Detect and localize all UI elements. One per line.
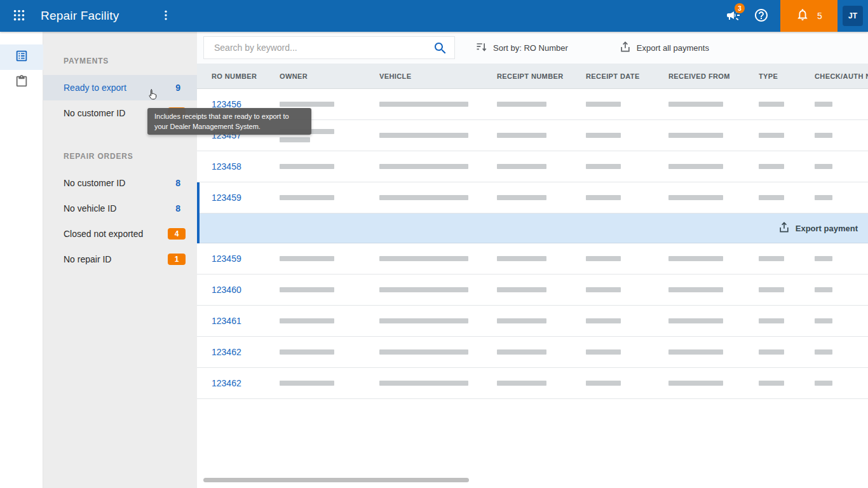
horizontal-scrollbar[interactable] bbox=[203, 478, 469, 482]
receipt-date-placeholder bbox=[586, 318, 621, 323]
apps-menu-button[interactable] bbox=[5, 0, 33, 32]
ro-cell: 123461 bbox=[197, 315, 280, 327]
receipt-number-placeholder bbox=[497, 195, 546, 200]
table-row[interactable]: 123460 bbox=[197, 274, 868, 306]
table-row[interactable]: 123461 bbox=[197, 306, 868, 337]
nav-repair-orders[interactable] bbox=[0, 70, 43, 95]
received-from-placeholder bbox=[668, 133, 723, 138]
bell-icon bbox=[796, 8, 810, 24]
search-input[interactable] bbox=[204, 37, 454, 58]
col-owner[interactable]: OWNER bbox=[280, 72, 379, 80]
filter-label: No vehicle ID bbox=[64, 203, 116, 214]
ro-cell: 123459 bbox=[197, 253, 280, 264]
app-header: Repair Facility 3 bbox=[0, 0, 868, 32]
owner-placeholder bbox=[280, 195, 334, 200]
nav-rail bbox=[0, 32, 43, 488]
export-all-button[interactable]: Export all payments bbox=[619, 41, 709, 55]
type-placeholder bbox=[759, 164, 784, 169]
receipt-date-placeholder bbox=[586, 381, 621, 386]
filter-label: No customer ID bbox=[64, 108, 125, 118]
col-type[interactable]: TYPE bbox=[759, 72, 815, 80]
received-from-placeholder bbox=[668, 102, 723, 107]
col-receipt-date[interactable]: RECEIPT DATE bbox=[586, 72, 668, 80]
user-avatar[interactable]: JT bbox=[843, 6, 863, 26]
nav-payments-list[interactable] bbox=[0, 44, 43, 70]
ro-number-link[interactable]: 123461 bbox=[212, 316, 241, 326]
announcements-button[interactable]: 3 bbox=[719, 0, 747, 32]
type-placeholder bbox=[759, 318, 784, 323]
ro-number-link[interactable]: 123462 bbox=[212, 378, 241, 388]
receipt-date-placeholder bbox=[586, 102, 621, 107]
vehicle-placeholder bbox=[379, 102, 468, 107]
owner-placeholder bbox=[280, 164, 334, 169]
table-row-selected[interactable]: 123459 bbox=[200, 182, 868, 214]
ro-number-link[interactable]: 123462 bbox=[212, 347, 241, 357]
received-from-placeholder bbox=[668, 256, 723, 261]
app-overflow-menu-button[interactable] bbox=[152, 0, 180, 32]
tooltip-text-line1: Includes receipts that are ready to expo… bbox=[154, 111, 304, 121]
table-row[interactable]: 123458 bbox=[197, 151, 868, 182]
filter-label: Closed not exported bbox=[64, 229, 143, 239]
export-payment-button[interactable]: Export payment bbox=[778, 221, 858, 236]
type-placeholder bbox=[759, 195, 784, 200]
vehicle-placeholder bbox=[379, 164, 468, 169]
vehicle-placeholder bbox=[379, 381, 468, 386]
receipt-number-placeholder bbox=[497, 381, 546, 386]
check-auth-placeholder bbox=[815, 102, 832, 107]
filter-count-badge: 4 bbox=[168, 228, 186, 240]
filter-count: 9 bbox=[175, 83, 180, 93]
receipt-date-placeholder bbox=[586, 195, 621, 200]
sort-control[interactable]: Sort by: RO Number bbox=[475, 41, 568, 55]
vehicle-placeholder bbox=[379, 256, 468, 261]
ro-number-link[interactable]: 123460 bbox=[212, 285, 241, 295]
vehicle-placeholder bbox=[379, 349, 468, 355]
filter-no-customer-id-ro[interactable]: No customer ID 8 bbox=[43, 170, 197, 196]
search-icon[interactable] bbox=[433, 41, 448, 58]
check-auth-placeholder bbox=[815, 318, 832, 323]
col-check-auth-number[interactable]: CHECK/AUTH N bbox=[815, 72, 868, 80]
type-placeholder bbox=[759, 256, 784, 261]
ro-number-link[interactable]: 123459 bbox=[212, 193, 241, 203]
table-row[interactable]: 123462 bbox=[197, 337, 868, 368]
ro-number-link[interactable]: 123458 bbox=[212, 161, 241, 172]
page-title: Repair Facility bbox=[41, 9, 119, 23]
filter-closed-not-exported[interactable]: Closed not exported 4 bbox=[43, 221, 197, 247]
receipt-number-placeholder bbox=[497, 318, 546, 323]
tooltip-ready-to-export: Includes receipts that are ready to expo… bbox=[147, 108, 311, 135]
receipt-date-placeholder bbox=[586, 164, 621, 169]
filter-no-repair-id[interactable]: No repair ID 1 bbox=[43, 247, 197, 272]
tooltip-text-line2: your Dealer Management System. bbox=[154, 121, 304, 132]
owner-placeholder bbox=[280, 287, 334, 292]
receipt-number-placeholder bbox=[497, 102, 546, 107]
ro-cell: 123458 bbox=[197, 161, 280, 172]
notifications-panel-toggle[interactable]: 5 bbox=[780, 0, 837, 32]
filter-count: 8 bbox=[175, 203, 180, 214]
filter-ready-to-export[interactable]: Ready to export 9 bbox=[43, 75, 197, 100]
col-vehicle[interactable]: VEHICLE bbox=[379, 72, 497, 80]
export-icon bbox=[778, 221, 790, 236]
export-payment-label: Export payment bbox=[796, 224, 858, 233]
received-from-placeholder bbox=[668, 318, 723, 323]
type-placeholder bbox=[759, 133, 784, 138]
ro-number-link[interactable]: 123459 bbox=[212, 254, 241, 264]
table-row[interactable]: 123459 bbox=[197, 243, 868, 274]
selected-row-group: 123459 Export payment bbox=[197, 182, 868, 243]
table-row[interactable]: 123462 bbox=[197, 368, 868, 399]
check-auth-placeholder bbox=[815, 164, 832, 169]
col-receipt-number[interactable]: RECEIPT NUMBER bbox=[497, 72, 586, 80]
help-icon bbox=[754, 8, 769, 25]
kebab-icon bbox=[159, 9, 172, 24]
received-from-placeholder bbox=[668, 349, 723, 355]
sort-label: Sort by: RO Number bbox=[493, 43, 568, 53]
filter-no-vehicle-id[interactable]: No vehicle ID 8 bbox=[43, 196, 197, 221]
sort-icon bbox=[475, 41, 488, 55]
type-placeholder bbox=[759, 102, 784, 107]
col-received-from[interactable]: RECEIVED FROM bbox=[668, 72, 759, 80]
owner-placeholder-line2 bbox=[280, 137, 310, 142]
receipt-date-placeholder bbox=[586, 287, 621, 292]
col-ro-number[interactable]: RO NUMBER bbox=[197, 72, 280, 80]
receipt-number-placeholder bbox=[497, 133, 546, 138]
row-action-strip: Export payment bbox=[200, 214, 868, 243]
help-button[interactable] bbox=[747, 0, 775, 32]
received-from-placeholder bbox=[668, 287, 723, 292]
